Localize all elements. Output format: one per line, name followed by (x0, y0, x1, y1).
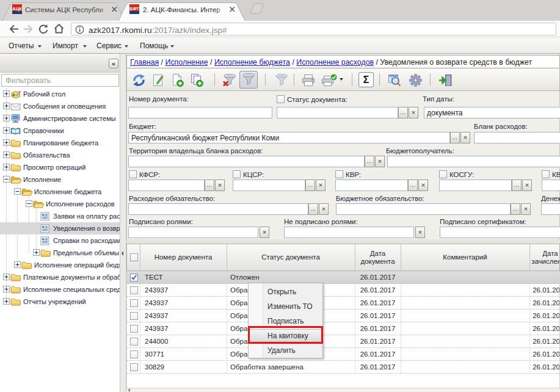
svg-text:БФТ: БФТ (130, 7, 140, 11)
svg-text:Системы АЦК Республи: Системы АЦК Республи (25, 6, 103, 13)
svg-text:2. АЦК-Финансы. Интер: 2. АЦК-Финансы. Интер (143, 6, 220, 13)
svg-text:АЦК: АЦК (12, 6, 22, 12)
